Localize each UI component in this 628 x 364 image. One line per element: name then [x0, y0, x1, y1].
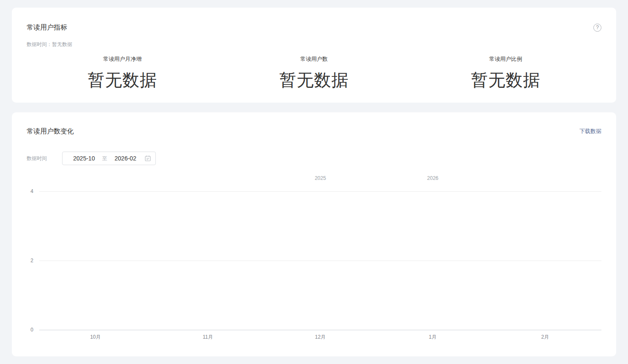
y-axis-tick-label: 0	[27, 327, 33, 333]
data-time-text: 数据时间：暂无数据	[27, 41, 601, 48]
metric-value: 暂无数据	[27, 68, 218, 92]
date-filter-label: 数据时间	[27, 155, 47, 162]
date-range-end[interactable]: 2026-02	[108, 155, 143, 162]
metric-label: 常读用户比例	[410, 55, 601, 63]
year-marker-label: 2026	[427, 175, 438, 181]
metrics-card-header: 常读用户指标 ?	[27, 23, 601, 32]
question-mark-glyph: ?	[596, 24, 599, 30]
date-range-picker[interactable]: 2025-10 至 2026-02	[62, 152, 156, 165]
date-filter-row: 数据时间 2025-10 至 2026-02	[27, 152, 601, 165]
help-icon[interactable]: ?	[593, 24, 601, 32]
chart-card-title: 常读用户数变化	[27, 127, 74, 136]
x-axis-tick-label: 2月	[541, 334, 549, 341]
user-count-chart: 02410月11月12月1月2月20252026	[27, 173, 601, 342]
metric-label: 常读用户月净增	[27, 55, 218, 63]
x-axis-tick-label: 10月	[90, 334, 101, 341]
x-axis-tick-label: 1月	[429, 334, 437, 341]
year-marker-label: 2025	[315, 175, 326, 181]
x-axis-tick-label: 12月	[315, 334, 326, 341]
y-axis-tick-label: 2	[27, 258, 33, 263]
metrics-row: 常读用户月净增 暂无数据 常读用户数 暂无数据 常读用户比例 暂无数据	[27, 55, 601, 92]
chart-card-header: 常读用户数变化 下载数据	[27, 112, 601, 136]
date-range-separator: 至	[101, 155, 108, 162]
metric-reader-count: 常读用户数 暂无数据	[218, 55, 410, 92]
gridline	[39, 191, 601, 192]
download-data-link[interactable]: 下载数据	[579, 128, 601, 135]
x-axis-line	[39, 330, 601, 330]
reader-count-change-card: 常读用户数变化 下载数据 数据时间 2025-10 至 2026-02 0241…	[12, 112, 616, 356]
date-range-start[interactable]: 2025-10	[67, 155, 101, 162]
y-axis-tick-label: 4	[27, 188, 33, 194]
metric-value: 暂无数据	[218, 68, 410, 92]
gridline	[39, 261, 601, 261]
regular-reader-metrics-card: 常读用户指标 ? 数据时间：暂无数据 常读用户月净增 暂无数据 常读用户数 暂无…	[12, 8, 616, 103]
metric-reader-ratio: 常读用户比例 暂无数据	[410, 55, 601, 92]
calendar-icon[interactable]	[144, 155, 151, 162]
x-axis-tick-label: 11月	[203, 334, 213, 341]
metric-monthly-net-increase: 常读用户月净增 暂无数据	[27, 55, 218, 92]
metric-label: 常读用户数	[218, 55, 410, 63]
metric-value: 暂无数据	[410, 68, 601, 92]
metrics-card-title: 常读用户指标	[27, 23, 67, 32]
